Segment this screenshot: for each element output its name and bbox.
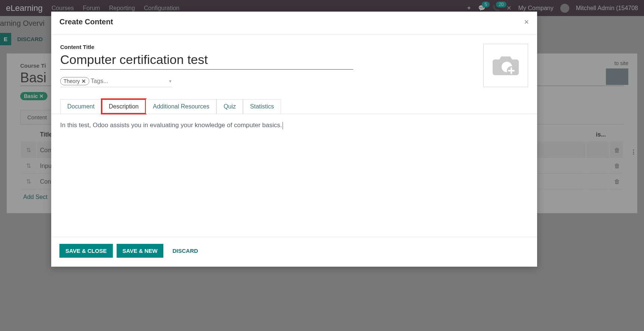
camera-plus-icon (491, 54, 520, 77)
modal-tabs: Document Description Additional Resource… (51, 99, 537, 114)
modal-header: Create Content × (51, 12, 537, 35)
tab-description[interactable]: Description (102, 99, 146, 114)
tag-label: Theory (64, 78, 80, 84)
tab-statistics[interactable]: Statistics (243, 99, 281, 114)
tab-quiz[interactable]: Quiz (216, 99, 243, 114)
content-title-label: Content Title (60, 44, 528, 50)
create-content-modal: Create Content × Content Title Theory ✕ … (51, 12, 537, 267)
description-editor[interactable]: In this test, Odoo assists you in evalua… (60, 122, 528, 129)
content-title-input[interactable] (60, 51, 353, 70)
tab-additional-resources[interactable]: Additional Resources (146, 99, 216, 114)
modal-close-button[interactable]: × (524, 18, 529, 26)
tags-input[interactable] (89, 77, 169, 85)
tag-chip-theory[interactable]: Theory ✕ (60, 77, 89, 85)
discard-button[interactable]: DISCARD (167, 244, 203, 258)
close-icon: × (524, 17, 529, 27)
save-new-button[interactable]: SAVE & NEW (117, 244, 164, 258)
chevron-down-icon[interactable]: ▼ (168, 79, 172, 83)
tag-remove-icon[interactable]: ✕ (81, 78, 86, 84)
description-text: In this test, Odoo assists you in evalua… (60, 122, 282, 129)
modal-title: Create Content (59, 18, 113, 26)
tab-document[interactable]: Document (60, 99, 102, 114)
save-close-button[interactable]: SAVE & CLOSE (59, 244, 113, 258)
tags-field[interactable]: Theory ✕ ▼ (60, 77, 172, 87)
text-cursor (283, 122, 283, 129)
modal-body: Content Title Theory ✕ ▼ Document Descri… (51, 35, 537, 237)
image-upload-placeholder[interactable] (483, 44, 528, 87)
modal-footer: SAVE & CLOSE SAVE & NEW DISCARD (51, 237, 537, 267)
